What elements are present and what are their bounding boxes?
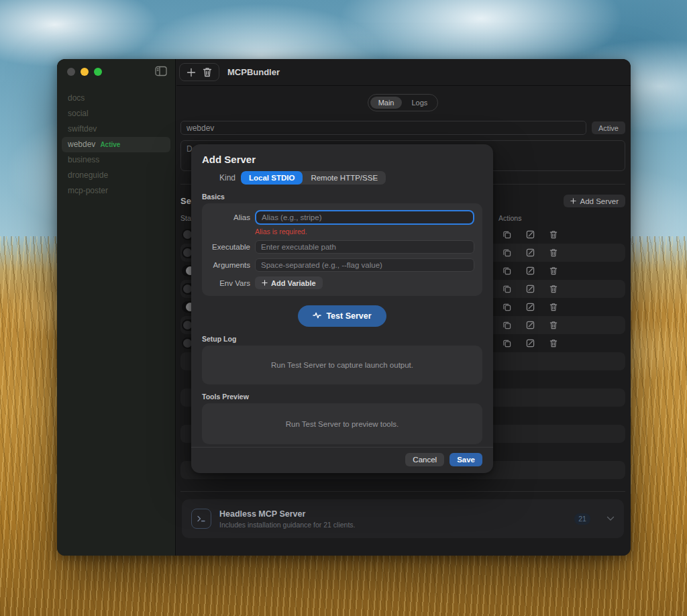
sidebar: docs social swiftdev webdev Active busin…: [57, 59, 176, 556]
basics-group: Alias Alias is required. Executable Argu…: [202, 203, 482, 296]
add-server-modal: Add Server Kind Local STDIO Remote HTTP/…: [191, 144, 493, 473]
basics-label: Basics: [202, 193, 482, 201]
headless-card-text: Headless MCP Server Includes installatio…: [219, 509, 566, 529]
close-button[interactable]: [67, 68, 75, 76]
modal-footer: Cancel Save: [191, 447, 493, 473]
tab-main[interactable]: Main: [370, 97, 403, 109]
copy-icon[interactable]: [498, 339, 515, 348]
copy-icon[interactable]: [498, 303, 515, 311]
kind-row: Kind Local STDIO Remote HTTP/SSE: [202, 171, 482, 185]
executable-input[interactable]: [255, 240, 474, 254]
sidebar-item-docs[interactable]: docs: [62, 91, 170, 106]
trash-icon[interactable]: [545, 339, 562, 348]
client-count-badge: 21: [574, 513, 590, 525]
trash-icon[interactable]: [545, 303, 562, 311]
setup-log-empty-text: Run Test Server to capture launch output…: [271, 361, 413, 369]
edit-icon[interactable]: [522, 303, 538, 311]
app-window: docs social swiftdev webdev Active busin…: [57, 59, 631, 556]
row-actions: [498, 248, 562, 257]
pulse-icon: [313, 311, 321, 321]
minimize-button[interactable]: [81, 68, 89, 76]
edit-icon[interactable]: [522, 339, 538, 348]
add-variable-button[interactable]: Add Variable: [255, 276, 323, 289]
kind-segmented-control: Local STDIO Remote HTTP/SSE: [241, 171, 386, 185]
modal-title: Add Server: [202, 154, 482, 165]
setup-log-label: Setup Log: [202, 335, 482, 343]
bundle-status-badge[interactable]: Active: [592, 121, 625, 134]
tools-preview-label: Tools Preview: [202, 393, 482, 401]
cancel-button[interactable]: Cancel: [405, 453, 444, 466]
bundle-name-input[interactable]: [180, 121, 586, 135]
headless-card-title: Headless MCP Server: [219, 509, 566, 519]
sidebar-item-list: docs social swiftdev webdev Active busin…: [57, 91, 175, 199]
copy-icon[interactable]: [498, 248, 515, 257]
sidebar-item-label: docs: [68, 91, 85, 106]
trash-icon[interactable]: [545, 321, 562, 329]
toolbar-button-group: [179, 63, 219, 81]
terminal-icon: [191, 509, 211, 529]
add-server-button[interactable]: Add Server: [564, 195, 625, 207]
arguments-row: Arguments: [207, 258, 474, 272]
sidebar-item-webdev[interactable]: webdev Active: [62, 137, 170, 152]
bundle-name-row: Active: [180, 121, 625, 135]
sidebar-item-label: droneguide: [68, 168, 108, 183]
tools-preview-box: Run Test Server to preview tools.: [202, 403, 482, 444]
env-vars-label: Env Vars: [207, 279, 250, 287]
sidebar-item-droneguide[interactable]: droneguide: [62, 168, 170, 183]
kind-option-remote-http-sse[interactable]: Remote HTTP/SSE: [303, 171, 386, 185]
plus-icon: [570, 197, 576, 205]
kind-option-local-stdio[interactable]: Local STDIO: [241, 171, 303, 185]
bottom-divider: [180, 491, 625, 492]
alias-error-text: Alias is required.: [255, 227, 474, 236]
sidebar-item-label: business: [68, 152, 99, 168]
add-server-label: Add Server: [580, 197, 619, 205]
sidebar-item-mcp-poster[interactable]: mcp-poster: [62, 183, 170, 199]
main-logs-segmented-control: Main Logs: [368, 94, 439, 111]
trash-icon[interactable]: [545, 285, 562, 293]
active-badge: Active: [100, 137, 120, 152]
edit-icon[interactable]: [522, 285, 538, 293]
trash-icon[interactable]: [545, 266, 562, 275]
sidebar-item-swiftdev[interactable]: swiftdev: [62, 121, 170, 137]
edit-icon[interactable]: [522, 321, 538, 329]
row-actions: [498, 266, 562, 275]
sidebar-item-label: mcp-poster: [68, 183, 108, 199]
sidebar-toggle-icon[interactable]: [155, 66, 167, 76]
sidebar-item-label: social: [68, 106, 89, 121]
edit-icon[interactable]: [522, 266, 538, 275]
row-actions: [498, 339, 562, 348]
copy-icon[interactable]: [498, 230, 515, 239]
save-button[interactable]: Save: [450, 453, 482, 466]
trash-icon[interactable]: [203, 67, 212, 77]
add-icon[interactable]: [187, 68, 196, 77]
copy-icon[interactable]: [498, 285, 515, 293]
zoom-button[interactable]: [94, 68, 102, 76]
arguments-input[interactable]: [255, 258, 474, 272]
chevron-down-icon[interactable]: [606, 514, 615, 523]
edit-icon[interactable]: [522, 230, 538, 239]
trash-icon[interactable]: [545, 230, 562, 239]
setup-log-box: Run Test Server to capture launch output…: [202, 346, 482, 384]
edit-icon[interactable]: [522, 248, 538, 257]
env-vars-row: Env Vars Add Variable: [207, 276, 474, 289]
row-actions: [498, 321, 562, 329]
app-title: MCPBundler: [227, 67, 280, 77]
executable-label: Executable: [207, 243, 250, 251]
sidebar-item-business[interactable]: business: [62, 152, 170, 168]
alias-input[interactable]: [255, 210, 474, 225]
trash-icon[interactable]: [545, 248, 562, 257]
copy-icon[interactable]: [498, 321, 515, 329]
add-variable-label: Add Variable: [271, 279, 316, 287]
headless-mcp-server-card[interactable]: Headless MCP Server Includes installatio…: [182, 499, 624, 538]
column-actions: Actions: [498, 214, 521, 222]
tools-preview-empty-text: Run Test Server to preview tools.: [286, 420, 399, 428]
toolbar: MCPBundler: [176, 59, 631, 86]
arguments-label: Arguments: [207, 261, 250, 269]
sidebar-item-social[interactable]: social: [62, 106, 170, 121]
row-actions: [498, 285, 562, 293]
sidebar-item-label: swiftdev: [68, 121, 97, 137]
copy-icon[interactable]: [498, 266, 515, 275]
tab-logs[interactable]: Logs: [403, 97, 435, 109]
test-server-button[interactable]: Test Server: [298, 305, 386, 327]
test-server-label: Test Server: [326, 311, 371, 321]
